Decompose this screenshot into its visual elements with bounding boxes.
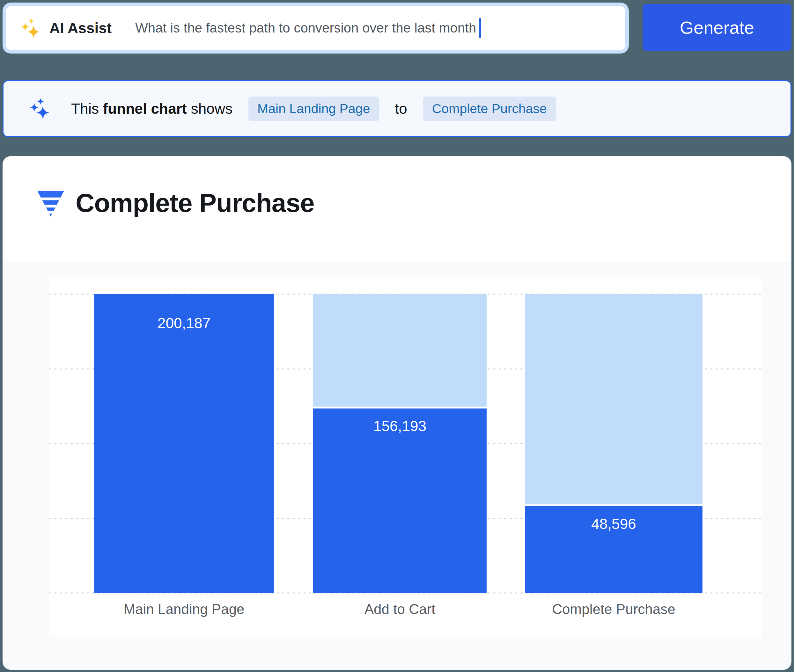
bar-value-label: 156,193 xyxy=(374,418,426,435)
category-label: Complete Purchase xyxy=(525,601,703,617)
ai-assist-label: AI Assist xyxy=(50,19,112,37)
bar-stack: 156,193 xyxy=(313,294,487,593)
generate-button[interactable]: Generate xyxy=(643,4,791,51)
text-cursor xyxy=(479,18,481,38)
funnel-card: Complete Purchase 200,187Main Landing Pa… xyxy=(3,156,791,670)
page: AI Assist What is the fastest path to co… xyxy=(0,0,794,672)
funnel-column: 48,596Complete Purchase xyxy=(525,294,703,593)
funnel-column: 200,187Main Landing Page xyxy=(94,294,274,593)
page-title: Complete Purchase xyxy=(75,188,314,218)
funnel-column: 156,193Add to Cart xyxy=(313,294,487,593)
active-segment[interactable]: 200,187 xyxy=(94,294,274,593)
ai-assist-bar: AI Assist What is the fastest path to co… xyxy=(3,3,629,54)
insight-prefix: This xyxy=(71,100,99,117)
assist-query-text[interactable]: What is the fastest path to conversion o… xyxy=(135,21,476,36)
chart-section: 200,187Main Landing Page156,193Add to Ca… xyxy=(3,262,791,670)
active-segment[interactable]: 48,596 xyxy=(525,506,703,593)
bar-value-label: 200,187 xyxy=(157,315,210,332)
insight-bar: This funnel chart shows Main Landing Pag… xyxy=(3,80,791,137)
bar-stack: 200,187 xyxy=(94,294,274,593)
insight-chart-type: funnel chart xyxy=(103,100,187,117)
bar-stack: 48,596 xyxy=(525,294,703,593)
sparkles-icon xyxy=(21,18,41,38)
dropoff-segment[interactable] xyxy=(313,294,487,406)
ai-assist-input[interactable]: AI Assist What is the fastest path to co… xyxy=(6,6,625,50)
insight-suffix: shows xyxy=(191,100,233,117)
funnel-chart-plot: 200,187Main Landing Page156,193Add to Ca… xyxy=(49,277,762,637)
category-label: Add to Cart xyxy=(313,601,487,617)
sparkles-icon xyxy=(30,98,51,119)
insight-text: This funnel chart shows xyxy=(71,100,233,117)
chip-to-step[interactable]: Complete Purchase xyxy=(423,96,556,121)
funnel-grid-zone: 200,187Main Landing Page156,193Add to Ca… xyxy=(49,294,762,593)
card-title-row: Complete Purchase xyxy=(36,188,314,218)
category-label: Main Landing Page xyxy=(94,601,274,617)
dropoff-segment[interactable] xyxy=(525,294,703,504)
insight-connector: to xyxy=(395,100,407,117)
bar-value-label: 48,596 xyxy=(591,515,636,533)
funnel-icon xyxy=(36,189,65,217)
active-segment[interactable]: 156,193 xyxy=(313,408,487,593)
chip-from-step[interactable]: Main Landing Page xyxy=(249,96,379,121)
